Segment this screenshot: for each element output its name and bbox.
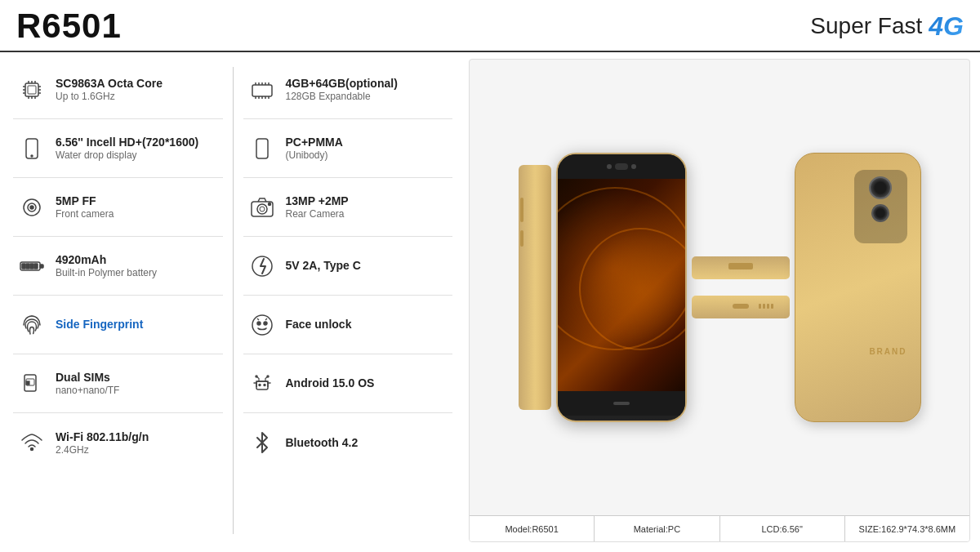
svg-point-53	[264, 384, 265, 385]
svg-rect-51	[256, 381, 268, 390]
face-unlock-icon	[247, 309, 278, 341]
svg-point-46	[252, 315, 272, 335]
svg-rect-22	[26, 264, 29, 269]
dot3	[767, 304, 769, 309]
svg-point-18	[30, 206, 33, 209]
camera-dot-1	[607, 164, 612, 169]
svg-line-50	[265, 318, 267, 320]
svg-point-48	[264, 322, 267, 325]
spec-rear-camera: 13MP +2MP Rear Camera	[243, 178, 453, 237]
phone-notch	[613, 402, 630, 405]
camera-module	[854, 170, 907, 243]
spec-sim-sub: nano+nano/TF	[56, 385, 119, 396]
spec-wifi: Wi-Fi 802.11b/g/n 2.4GHz	[13, 413, 223, 472]
secondary-lens	[871, 204, 889, 222]
spec-face-unlock-main: Face unlock	[286, 318, 352, 331]
svg-rect-24	[34, 264, 38, 269]
footer-model: Model:R6501	[470, 516, 595, 541]
camera-rear-icon	[247, 192, 278, 223]
dot1	[759, 304, 761, 309]
display-icon	[16, 133, 47, 164]
svg-rect-29	[252, 85, 272, 96]
phone-top-bar	[558, 154, 685, 179]
dot4	[771, 304, 773, 309]
svg-text:M: M	[26, 381, 29, 385]
svg-rect-21	[22, 264, 25, 269]
specs-columns: SC9863A Octa Core Up to 1.6GHz 6.56'' In…	[13, 60, 452, 541]
phone-top-bottom-views	[692, 256, 790, 318]
spec-android: Android 15.0 OS	[243, 354, 453, 413]
spec-face-unlock: Face unlock	[243, 296, 453, 354]
sim-icon: M	[16, 368, 47, 399]
speaker-dots	[759, 304, 773, 309]
svg-point-47	[257, 322, 261, 325]
cpu-icon	[16, 74, 47, 105]
spec-footer: Model:R6501 Material:PC LCD:6.56" SIZE:1…	[470, 515, 969, 541]
svg-rect-20	[40, 265, 43, 268]
spec-bluetooth-text: Bluetooth 4.2	[286, 436, 359, 450]
spec-body-text: PC+PMMA (Unibody)	[286, 136, 343, 161]
phone-front-view	[556, 153, 687, 422]
spec-front-camera-text: 5MP FF Front camera	[56, 194, 114, 220]
spec-front-camera-sub: Front camera	[56, 208, 114, 220]
spec-cpu-sub: Up to 1.6GHz	[56, 91, 163, 102]
footer-lcd: LCD:6.56"	[720, 516, 845, 541]
svg-point-28	[31, 448, 33, 451]
brand-text: BRAND	[869, 347, 906, 356]
phone-top-view	[692, 256, 790, 279]
spec-cpu-text: SC9863A Octa Core Up to 1.6GHz	[56, 77, 163, 102]
camera-wide	[615, 163, 628, 170]
charging-icon	[247, 251, 278, 282]
phone-side-view	[519, 165, 551, 410]
spec-body: PC+PMMA (Unibody)	[243, 119, 453, 178]
body-icon	[247, 133, 278, 164]
spec-fingerprint: Side Fingerprint	[13, 296, 223, 354]
spec-bluetooth-main: Bluetooth 4.2	[286, 436, 359, 449]
svg-point-52	[259, 384, 261, 385]
spec-ram: 4GB+64GB(optional) 128GB Expandable	[243, 60, 453, 119]
spec-fingerprint-text: Side Fingerprint	[56, 318, 143, 332]
spec-cpu-main: SC9863A Octa Core	[56, 77, 163, 90]
spec-sim-main: Dual SIMs	[56, 371, 119, 384]
main-lens	[869, 176, 892, 199]
svg-rect-1	[28, 86, 36, 94]
spec-battery-main: 4920mAh	[56, 253, 157, 266]
svg-rect-0	[25, 83, 38, 96]
footer-material: Material:PC	[595, 516, 719, 541]
spec-face-unlock-text: Face unlock	[286, 318, 352, 332]
header-right: Super Fast 4G	[810, 11, 964, 42]
spec-android-main: Android 15.0 OS	[286, 376, 375, 390]
spec-sim: M Dual SIMs nano+nano/TF	[13, 354, 223, 413]
android-icon	[247, 368, 278, 399]
spec-wifi-sub: 2.4GHz	[56, 444, 149, 456]
phone-bottom-view	[692, 296, 790, 318]
spec-ram-text: 4GB+64GB(optional) 128GB Expandable	[286, 77, 398, 102]
svg-point-42	[257, 204, 267, 214]
svg-rect-40	[256, 139, 268, 158]
image-panel: BRAND Model:R6501 Material:PC LCD:6.56" …	[469, 59, 970, 542]
super-fast-label: Super Fast	[810, 13, 922, 39]
spec-front-camera-main: 5MP FF	[56, 194, 114, 207]
spec-display-text: 6.56'' Incell HD+(720*1600) Water drop d…	[56, 136, 198, 161]
camera-front-icon	[16, 192, 47, 223]
spec-battery: 4920mAh Built-in Polymer battery	[13, 237, 223, 296]
phone-screen	[558, 179, 685, 391]
svg-rect-23	[30, 264, 33, 269]
spec-display-main: 6.56'' Incell HD+(720*1600)	[56, 136, 198, 149]
svg-line-49	[257, 318, 259, 320]
spec-charging-text: 5V 2A, Type C	[286, 259, 361, 273]
svg-point-57	[267, 376, 269, 377]
spec-body-main: PC+PMMA	[286, 136, 343, 149]
spec-bluetooth: Bluetooth 4.2	[243, 413, 453, 472]
header: R6501 Super Fast 4G	[0, 0, 980, 52]
spec-front-camera: 5MP FF Front camera	[13, 178, 223, 237]
spec-rear-camera-main: 13MP +2MP	[286, 194, 349, 207]
spec-rear-camera-text: 13MP +2MP Rear Camera	[286, 194, 349, 220]
4g-badge: 4G	[929, 11, 964, 42]
ram-icon	[247, 74, 278, 105]
battery-icon	[16, 251, 47, 282]
spec-android-text: Android 15.0 OS	[286, 376, 375, 390]
spec-cpu: SC9863A Octa Core Up to 1.6GHz	[13, 60, 223, 119]
spec-body-sub: (Unibody)	[286, 149, 343, 161]
spec-charging-main: 5V 2A, Type C	[286, 259, 361, 272]
